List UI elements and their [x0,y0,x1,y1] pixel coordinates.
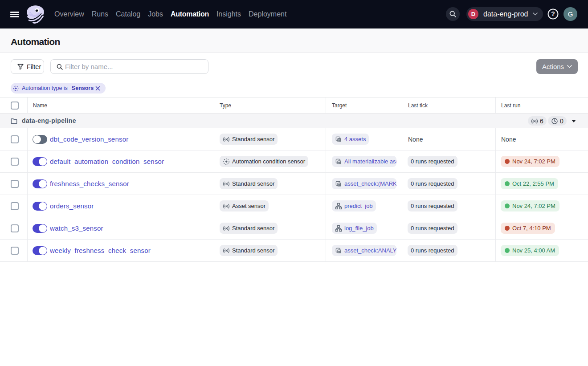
svg-text:?: ? [551,10,555,17]
